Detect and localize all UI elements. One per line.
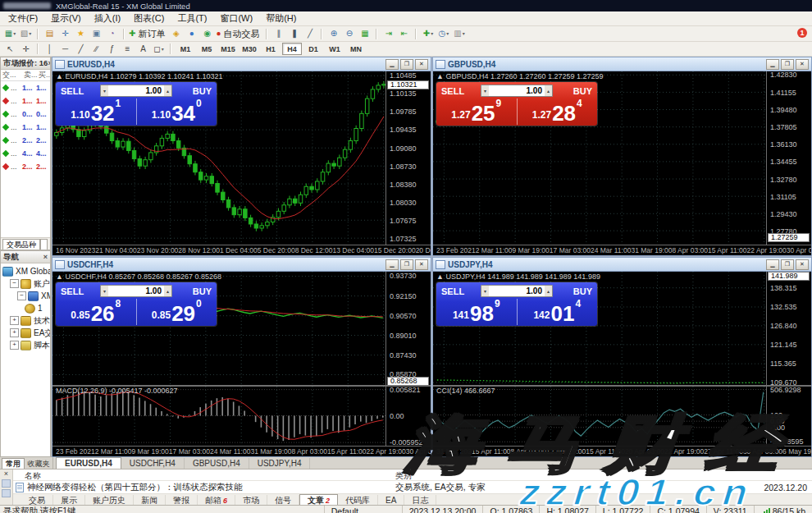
market-watch-icon[interactable]: ▤ — [42, 28, 57, 40]
window-close-button[interactable]: ✕ — [796, 259, 809, 270]
buy-price[interactable]: 1.27284 — [518, 98, 598, 126]
volume-up-button[interactable]: ▴ — [164, 286, 171, 296]
volume-input[interactable]: ▾1.00▴ — [481, 85, 553, 97]
timeframe-d1[interactable]: D1 — [303, 43, 323, 55]
shapes-tool-icon[interactable]: ◻▾ — [151, 43, 167, 55]
indicators-button[interactable]: ✚▾ — [420, 28, 436, 40]
sell-price[interactable]: 1.10321 — [56, 98, 136, 126]
volume-input[interactable]: ▾1.00▴ — [100, 285, 172, 297]
volume-down-button[interactable]: ▾ — [481, 85, 489, 96]
market-row[interactable]: ...4...4... — [1, 147, 50, 160]
time-axis[interactable]: 23 Feb 20212 Mar 11:009 Mar 19:0017 Mar … — [433, 245, 811, 255]
buy-price[interactable]: 1.10340 — [137, 98, 217, 126]
sell-price[interactable]: 141989 — [436, 298, 517, 326]
tile-windows-icon[interactable]: ▦ — [357, 28, 372, 40]
levels-tool-icon[interactable]: ≡ — [120, 43, 135, 55]
tree-expander[interactable]: − — [10, 279, 19, 288]
buy-price[interactable]: 0.85290 — [137, 298, 217, 326]
buy-button[interactable]: BUY — [179, 86, 212, 96]
price-axis[interactable]: 138.315132.535126.840121.145115.365109.6… — [766, 272, 811, 446]
tree-item-server[interactable]: XM Global — [1, 265, 50, 277]
volume-up-button[interactable]: ▴ — [545, 286, 552, 296]
toolbox-tab-市场[interactable]: 市场 — [235, 495, 267, 505]
market-watch-close-icon[interactable]: × — [48, 59, 50, 67]
toolbox-tab-交易[interactable]: 交易 — [21, 495, 53, 505]
profiles-button[interactable]: ▧▾ — [18, 28, 34, 40]
timeframe-m1[interactable]: M1 — [176, 43, 195, 55]
buy-button[interactable]: BUY — [179, 286, 212, 296]
market-row[interactable]: ...1...1... — [1, 81, 50, 94]
toolbox-tab-ea[interactable]: EA — [378, 495, 404, 505]
buy-price[interactable]: 142014 — [518, 298, 598, 326]
sell-button[interactable]: SELL — [441, 286, 474, 296]
window-titlebar[interactable]: XMGlobal-Real 15 - XM Global Limited — [0, 0, 812, 11]
window-restore-button[interactable]: ❐ — [400, 59, 413, 70]
menu-item-3[interactable]: 图表(C) — [127, 11, 171, 25]
time-axis[interactable]: 16 Nov 202321 Nov 04:0023 Nov 20:0028 No… — [52, 245, 431, 255]
article-row[interactable]: 神经网络变得轻松（第四十五部分）：训练状态探索技能 交易系统, EA交易, 专家… — [13, 481, 812, 493]
buy-button[interactable]: BUY — [559, 286, 592, 296]
crosshair-tool-icon[interactable]: ✛ — [18, 43, 34, 55]
toolbox-close-icon[interactable]: × — [4, 470, 8, 478]
tab-tick-chart[interactable] — [40, 239, 48, 250]
toolbox-tab-新闻[interactable]: 新闻 — [134, 495, 166, 505]
window-minimize-button[interactable]: ▁ — [385, 59, 399, 70]
chart-shift-icon[interactable]: ⇤ — [396, 28, 412, 40]
fibonacci-tool-icon[interactable]: ƒ — [104, 43, 120, 55]
tree-expander[interactable]: − — [17, 291, 26, 300]
timeframe-h1[interactable]: H1 — [261, 43, 281, 55]
window-close-button[interactable]: ✕ — [796, 59, 809, 70]
chart-window-titlebar[interactable]: EURUSD,H4 ▁ ❐ ✕ — [52, 57, 431, 71]
menu-item-4[interactable]: 工具(T) — [171, 11, 213, 25]
toolbox-tab-邮箱[interactable]: 邮箱6 — [198, 495, 235, 505]
window-close-button[interactable]: ✕ — [415, 259, 428, 270]
timeframe-m5[interactable]: M5 — [197, 43, 217, 55]
toolbox-tab-信号[interactable]: 信号 — [267, 495, 299, 505]
new-chart-button[interactable]: ▦▾ — [2, 28, 18, 40]
trendline-tool-icon[interactable]: ╱ — [73, 43, 89, 55]
price-axis[interactable]: 0.937300.921500.905700.890100.874300.858… — [385, 272, 431, 446]
bar-chart-icon[interactable]: ∥ — [271, 28, 286, 40]
sell-price[interactable]: 1.27259 — [436, 98, 517, 126]
volume-down-button[interactable]: ▾ — [101, 85, 108, 96]
buy-button[interactable]: BUY — [559, 86, 592, 96]
terminal-icon[interactable]: ▣ — [89, 28, 104, 40]
market-watch-column-0[interactable]: 交... — [1, 70, 24, 80]
column-header-category[interactable]: 类别 — [395, 470, 412, 482]
zoom-out-icon[interactable]: ⊖ — [341, 28, 357, 40]
toolbox-tab-代码库[interactable]: 代码库 — [338, 495, 378, 505]
chart-plot-area[interactable]: ▲ EURUSD,H4 1.10279 1.10392 1.10241 1.10… — [52, 71, 385, 245]
chart-plot-area[interactable]: ▲ USDJPY,H4 141.989 141.989 141.989 141.… — [433, 272, 766, 446]
chart-tab-usdjpy-h4[interactable]: USDJPY,H4 — [249, 458, 311, 469]
window-minimize-button[interactable]: ▁ — [766, 259, 779, 270]
auto-scroll-icon[interactable]: ⇥ — [381, 28, 396, 40]
toolbox-tab-警报[interactable]: 警报 — [166, 495, 198, 505]
chart-plot-area[interactable]: ▲ GBPUSD,H4 1.27260 1.27260 1.27259 1.27… — [433, 71, 766, 245]
timeframe-mn[interactable]: MN — [346, 43, 366, 55]
metaeditor-icon[interactable]: ◈ — [168, 28, 184, 40]
zoom-in-icon[interactable]: ⊕ — [326, 28, 341, 40]
strategy-tester-icon[interactable]: ◔ — [104, 28, 120, 40]
toolbox-tab-文章[interactable]: 文章2 — [299, 494, 338, 505]
window-minimize-button[interactable]: ▁ — [385, 259, 399, 270]
toolbox-tab-展示[interactable]: 展示 — [53, 495, 85, 505]
window-minimize-button[interactable]: ▁ — [766, 59, 779, 70]
chart-window-titlebar[interactable]: USDCHF,H4 ▁ ❐ ✕ — [52, 258, 431, 272]
vertical-line-tool-icon[interactable]: │ — [42, 43, 57, 55]
community-icon[interactable]: ◉ — [199, 28, 215, 40]
window-restore-button[interactable]: ❐ — [781, 259, 794, 270]
toolbox-tab-账户历史[interactable]: 账户历史 — [85, 495, 134, 505]
chart-tab-eurusd-h4[interactable]: EURUSD,H4 — [56, 457, 121, 469]
timeframe-m15[interactable]: M15 — [218, 43, 238, 55]
data-window-icon[interactable]: ✛ — [57, 28, 73, 40]
navigator-tab[interactable]: 收藏夹 — [25, 459, 52, 469]
volume-input[interactable]: ▾1.00▴ — [481, 285, 553, 297]
volume-input[interactable]: ▾1.00▴ — [100, 85, 172, 97]
timeframe-m30[interactable]: M30 — [239, 43, 259, 55]
sell-button[interactable]: SELL — [61, 286, 94, 296]
volume-down-button[interactable]: ▾ — [101, 286, 108, 296]
timeframe-w1[interactable]: W1 — [325, 43, 344, 55]
timeframe-h4[interactable]: H4 — [282, 43, 302, 55]
channel-tool-icon[interactable]: ∕∕ — [89, 43, 104, 55]
tree-item-experts[interactable]: +EA交易 — [1, 327, 50, 339]
